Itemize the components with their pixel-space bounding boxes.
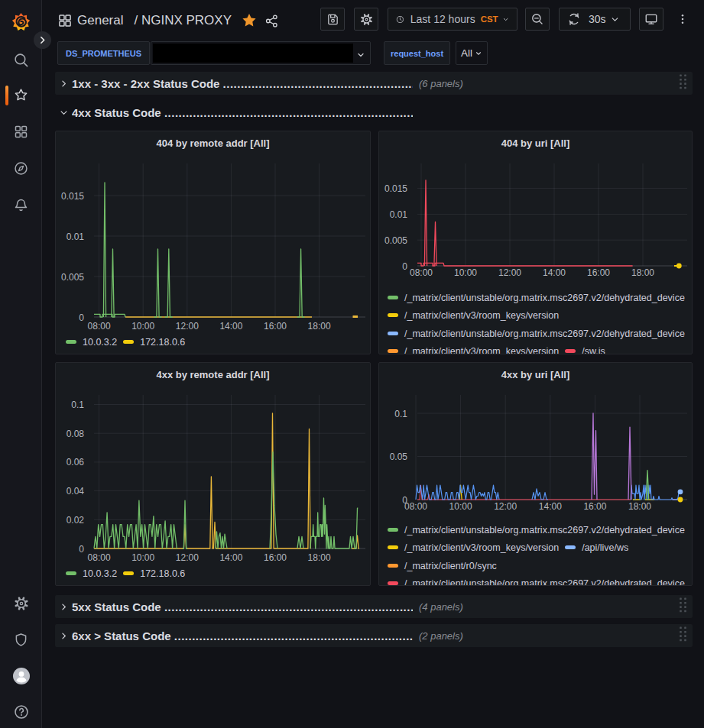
svg-text:08:00: 08:00 [404,501,427,512]
svg-text:18:00: 18:00 [631,267,654,278]
svg-text:16:00: 16:00 [583,501,606,512]
svg-text:0.01: 0.01 [390,209,408,220]
svg-text:08:00: 08:00 [410,267,433,278]
svg-text:0.015: 0.015 [61,191,84,202]
svg-text:18:00: 18:00 [308,552,331,563]
svg-text:0: 0 [79,544,84,555]
svg-text:0.01: 0.01 [67,231,85,242]
svg-text:16:00: 16:00 [264,321,287,332]
svg-text:0.005: 0.005 [384,235,407,246]
svg-text:14:00: 14:00 [539,501,562,512]
svg-text:0.05: 0.05 [390,451,408,462]
svg-text:0.015: 0.015 [384,183,407,194]
svg-text:12:00: 12:00 [176,552,199,563]
svg-text:14:00: 14:00 [219,321,242,332]
svg-text:0.06: 0.06 [67,457,85,468]
svg-text:18:00: 18:00 [628,501,651,512]
svg-text:08:00: 08:00 [88,321,111,332]
svg-text:0.005: 0.005 [61,272,84,283]
svg-text:10:00: 10:00 [131,321,154,332]
svg-text:0.04: 0.04 [67,486,85,497]
svg-text:0.02: 0.02 [67,515,85,526]
svg-text:16:00: 16:00 [264,552,287,563]
svg-text:18:00: 18:00 [308,321,331,332]
svg-text:0.08: 0.08 [67,429,85,439]
svg-text:10:00: 10:00 [454,267,477,278]
svg-text:14:00: 14:00 [543,267,566,278]
svg-text:08:00: 08:00 [88,552,111,563]
svg-text:14:00: 14:00 [219,552,242,563]
svg-text:10:00: 10:00 [131,552,154,563]
svg-text:0.1: 0.1 [71,400,84,410]
svg-text:12:00: 12:00 [494,501,517,512]
svg-text:12:00: 12:00 [498,267,521,278]
svg-text:0: 0 [402,261,407,272]
svg-text:10:00: 10:00 [449,501,472,512]
svg-text:16:00: 16:00 [587,267,610,278]
svg-text:12:00: 12:00 [176,321,199,332]
svg-text:0.1: 0.1 [394,409,407,419]
svg-text:0: 0 [79,312,84,323]
